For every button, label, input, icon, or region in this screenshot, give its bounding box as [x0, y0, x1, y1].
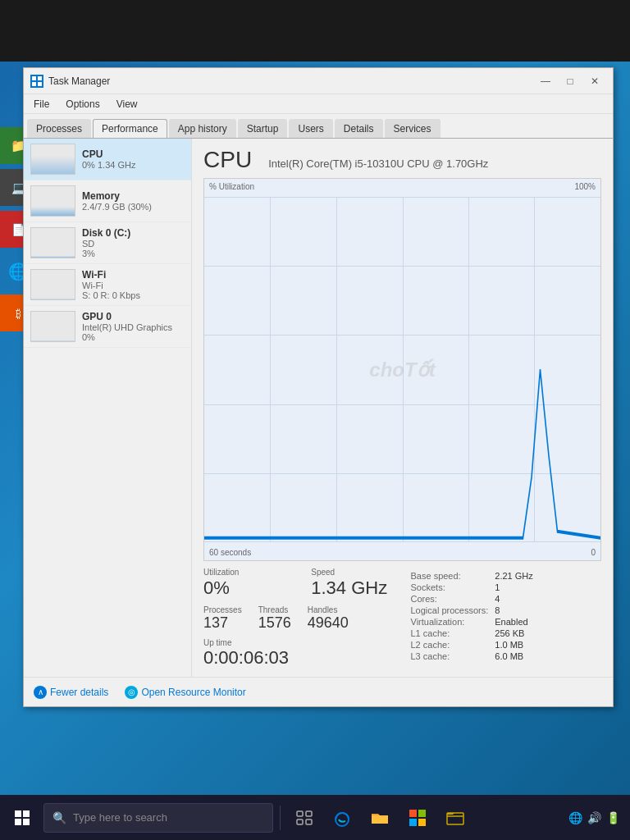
window-controls: — □ ✕: [534, 73, 606, 89]
cpu-info: CPU 0% 1.34 GHz: [82, 148, 185, 170]
svg-rect-10: [23, 819, 30, 825]
desktop: 📁 💻 📄 🌐 ₿ Task Manager — □ ✕ File Option…: [0, 0, 630, 840]
fewer-details-label: Fewer details: [50, 687, 108, 698]
tab-details[interactable]: Details: [335, 119, 383, 138]
tab-app-history[interactable]: App history: [169, 119, 236, 138]
tray-volume-icon[interactable]: 🔊: [587, 811, 601, 824]
sidebar: CPU 0% 1.34 GHz Memory 2.4/7.9 GB (30%): [24, 139, 192, 677]
maximize-button[interactable]: □: [559, 73, 582, 89]
stats-left-col: Utilization 0% Speed 1.34 GHz Processes: [203, 568, 395, 669]
uptime-value: 0:00:06:03: [203, 647, 395, 669]
cores-label: Cores:: [411, 594, 489, 604]
menu-file[interactable]: File: [30, 97, 52, 112]
svg-rect-13: [297, 819, 303, 824]
l1-value: 256 KB: [495, 628, 601, 638]
taskbar-file-manager[interactable]: [438, 801, 472, 835]
taskbar-edge[interactable]: [325, 801, 359, 835]
svg-rect-9: [15, 819, 21, 825]
taskbar-task-view[interactable]: [287, 801, 322, 835]
menu-options[interactable]: Options: [62, 97, 103, 112]
tab-performance[interactable]: Performance: [93, 119, 167, 138]
svg-rect-3: [32, 76, 36, 80]
minimize-button[interactable]: —: [534, 73, 557, 89]
cpu-detail-panel: CPU Intel(R) Core(TM) i5-10310U CPU @ 1.…: [192, 139, 613, 677]
menu-view[interactable]: View: [113, 97, 141, 112]
stats-layout: Utilization 0% Speed 1.34 GHz Processes: [203, 568, 601, 669]
gpu-thumb: [30, 311, 75, 342]
svg-rect-14: [306, 819, 312, 824]
l1-label: L1 cache:: [411, 628, 489, 638]
speed-value: 1.34 GHz: [311, 578, 394, 599]
tray-battery-icon[interactable]: 🔋: [606, 811, 620, 824]
utilization-stat: Utilization 0%: [203, 568, 286, 599]
disk-info: Disk 0 (C:) SD 3%: [82, 227, 185, 258]
virt-value: Enabled: [495, 617, 601, 627]
utilization-label: Utilization: [203, 568, 286, 577]
main-content: CPU 0% 1.34 GHz Memory 2.4/7.9 GB (30%): [24, 139, 613, 677]
taskbar-divider: [280, 806, 281, 830]
sidebar-item-disk[interactable]: Disk 0 (C:) SD 3%: [24, 222, 191, 264]
disk-thumb: [30, 227, 75, 258]
handles-label: Handles: [308, 605, 349, 614]
sockets-value: 1: [495, 582, 601, 592]
taskbar-windows-store[interactable]: [400, 801, 435, 835]
tray-network-icon[interactable]: 🌐: [568, 811, 582, 824]
stats-row-2: Processes 137 Threads 1576 Handles 49640: [203, 605, 395, 632]
fewer-details-button[interactable]: ∧ Fewer details: [34, 686, 108, 699]
wifi-sub2: S: 0 R: 0 Kbps: [82, 290, 185, 300]
open-resource-monitor-button[interactable]: ◎ Open Resource Monitor: [125, 686, 245, 699]
cpu-graph-container: % Utilization 100%: [203, 178, 601, 561]
sidebar-item-cpu[interactable]: CPU 0% 1.34 GHz: [24, 139, 191, 180]
cpu-thumb-graph: [31, 156, 75, 174]
svg-rect-17: [418, 810, 426, 817]
virt-label: Virtualization:: [411, 617, 489, 627]
base-speed-value: 2.21 GHz: [495, 571, 601, 581]
gpu-name: GPU 0: [82, 311, 185, 322]
tab-users[interactable]: Users: [289, 119, 332, 138]
l3-value: 6.0 MB: [495, 651, 601, 661]
svg-rect-16: [409, 810, 417, 817]
tab-startup[interactable]: Startup: [238, 119, 288, 138]
processes-label: Processes: [203, 605, 242, 614]
tab-processes[interactable]: Processes: [27, 119, 91, 138]
sidebar-item-wifi[interactable]: Wi-Fi Wi-Fi S: 0 R: 0 Kbps: [24, 264, 191, 306]
cores-value: 4: [495, 594, 601, 604]
graph-0-label: 0: [591, 548, 596, 557]
disk-name: Disk 0 (C:): [82, 227, 185, 239]
search-bar[interactable]: 🔍 Type here to search: [43, 803, 273, 833]
svg-rect-5: [32, 82, 36, 86]
threads-value: 1576: [258, 614, 291, 632]
taskbar-file-explorer[interactable]: [363, 801, 397, 835]
window-title: Task Manager: [48, 75, 534, 87]
speed-label: Speed: [311, 568, 394, 577]
stats-row-1: Utilization 0% Speed 1.34 GHz: [203, 568, 395, 599]
sockets-label: Sockets:: [411, 582, 489, 592]
base-speed-label: Base speed:: [411, 571, 489, 581]
wifi-thumb: [30, 269, 75, 300]
memory-thumb-graph: [31, 207, 75, 216]
tab-services[interactable]: Services: [385, 119, 441, 138]
l2-value: 1.0 MB: [495, 640, 601, 650]
wifi-info: Wi-Fi Wi-Fi S: 0 R: 0 Kbps: [82, 269, 185, 300]
tabs-bar: Processes Performance App history Startu…: [24, 114, 613, 139]
search-icon: 🔍: [52, 811, 66, 824]
close-button[interactable]: ✕: [583, 73, 606, 89]
sidebar-item-memory[interactable]: Memory 2.4/7.9 GB (30%): [24, 180, 191, 222]
cpu-thumb: [30, 144, 75, 175]
start-button[interactable]: [3, 799, 40, 836]
logical-label: Logical processors:: [411, 605, 489, 615]
handles-stat: Handles 49640: [308, 605, 349, 632]
processes-stat: Processes 137: [203, 605, 242, 632]
memory-sub: 2.4/7.9 GB (30%): [82, 202, 185, 212]
title-bar: Task Manager — □ ✕: [24, 68, 613, 94]
gpu-info: GPU 0 Intel(R) UHD Graphics 0%: [82, 311, 185, 342]
l3-label: L3 cache:: [411, 651, 489, 661]
svg-rect-12: [306, 811, 312, 816]
cpu-header: CPU Intel(R) Core(TM) i5-10310U CPU @ 1.…: [203, 147, 601, 173]
bottom-bar: ∧ Fewer details ◎ Open Resource Monitor: [24, 677, 613, 706]
sidebar-item-gpu[interactable]: GPU 0 Intel(R) UHD Graphics 0%: [24, 306, 191, 348]
resource-monitor-label: Open Resource Monitor: [141, 687, 245, 698]
memory-thumb: [30, 185, 75, 217]
wifi-sub1: Wi-Fi: [82, 281, 185, 290]
svg-rect-6: [38, 82, 42, 86]
